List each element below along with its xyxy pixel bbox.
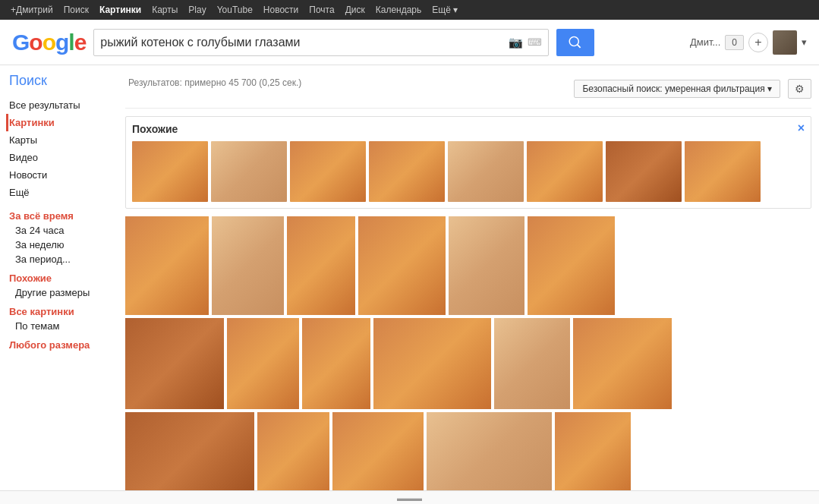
top-nav-images[interactable]: Картинки <box>95 3 146 17</box>
sidebar-item-all[interactable]: Все результаты <box>6 96 112 114</box>
header-right: Дмит... 0 + ▾ <box>690 30 807 55</box>
похожие-images-row <box>132 141 805 202</box>
похожие-title: Похожие <box>132 123 805 135</box>
notification-count[interactable]: 0 <box>725 35 744 50</box>
sidebar-week[interactable]: За неделю <box>6 238 112 252</box>
image-grid-row3 <box>125 412 811 499</box>
похожие-panel: Похожие × <box>125 116 811 209</box>
top-nav-disk[interactable]: Диск <box>341 3 370 17</box>
main-layout: Поиск Все результаты Картинки Карты Виде… <box>0 65 819 502</box>
search-input[interactable] <box>100 36 504 49</box>
image-item[interactable] <box>358 216 446 315</box>
sidebar-item-news[interactable]: Новости <box>6 166 112 184</box>
account-chevron[interactable]: ▾ <box>802 36 807 48</box>
image-grid-row1 <box>125 216 811 315</box>
image-item[interactable] <box>528 216 615 315</box>
sidebar-похожие-title[interactable]: Похожие <box>6 266 112 285</box>
sidebar-search-title: Поиск <box>6 73 112 89</box>
sidebar-item-video[interactable]: Видео <box>6 149 112 166</box>
scroll-indicator: ▬▬▬ <box>397 493 422 502</box>
sidebar-by-topic[interactable]: По темам <box>6 319 112 333</box>
top-nav-play[interactable]: Play <box>184 3 210 17</box>
image-item[interactable] <box>427 412 552 499</box>
settings-icon: ⚙ <box>795 83 805 95</box>
image-item[interactable] <box>449 216 524 315</box>
safe-search-button[interactable]: Безопасный поиск: умеренная фильтрация ▾ <box>574 80 780 98</box>
похожие-img-2[interactable] <box>211 141 287 202</box>
image-item[interactable] <box>257 412 329 499</box>
image-item[interactable] <box>373 318 491 409</box>
results-info: Результатов: примерно 45 700 (0,25 сек.) <box>125 77 304 88</box>
bottom-bar: ▬▬▬ <box>0 490 819 502</box>
похожие-img-1[interactable] <box>132 141 208 202</box>
image-item[interactable] <box>125 216 209 315</box>
image-item[interactable] <box>302 318 370 409</box>
sidebar-nav-group: Все результаты Картинки Карты Видео Ново… <box>6 96 112 201</box>
похожие-img-4[interactable] <box>369 141 445 202</box>
image-item[interactable] <box>332 412 424 499</box>
sidebar: Поиск Все результаты Картинки Карты Виде… <box>0 73 118 502</box>
image-item[interactable] <box>227 318 299 409</box>
похожие-img-5[interactable] <box>448 141 524 202</box>
search-bar: 📷 ⌨ <box>93 29 549 56</box>
sidebar-item-maps[interactable]: Карты <box>6 131 112 149</box>
top-nav-calendar[interactable]: Календарь <box>371 3 427 17</box>
header: Google 📷 ⌨ Дмит... 0 + ▾ <box>0 20 819 65</box>
search-button[interactable] <box>556 29 594 56</box>
top-nav-dmitry[interactable]: +Дмитрий <box>6 3 58 17</box>
top-nav-search[interactable]: Поиск <box>59 3 93 17</box>
top-nav-maps[interactable]: Карты <box>147 3 182 17</box>
похожие-img-8[interactable] <box>685 141 761 202</box>
user-name[interactable]: Дмит... <box>690 36 720 48</box>
camera-icon[interactable]: 📷 <box>509 36 523 49</box>
похожие-img-3[interactable] <box>290 141 366 202</box>
top-nav-news[interactable]: Новости <box>259 3 303 17</box>
avatar[interactable] <box>773 30 797 55</box>
image-item[interactable] <box>125 318 224 409</box>
close-panel-button[interactable]: × <box>798 121 805 135</box>
top-nav-youtube[interactable]: YouTube <box>213 3 257 17</box>
image-grid-row2 <box>125 318 811 409</box>
image-item[interactable] <box>573 318 672 409</box>
settings-button[interactable]: ⚙ <box>788 79 811 99</box>
image-item[interactable] <box>212 216 284 315</box>
top-navigation: +Дмитрий Поиск Картинки Карты Play YouTu… <box>0 0 819 20</box>
top-nav-more[interactable]: Ещё ▾ <box>427 3 462 17</box>
image-item[interactable] <box>125 412 254 499</box>
sidebar-item-more[interactable]: Ещё <box>6 184 112 201</box>
похожие-img-7[interactable] <box>606 141 682 202</box>
google-logo[interactable]: Google <box>12 30 86 55</box>
sidebar-item-images[interactable]: Картинки <box>6 114 112 131</box>
search-icon <box>569 36 582 49</box>
image-item[interactable] <box>555 412 631 499</box>
top-nav-mail[interactable]: Почта <box>304 3 339 17</box>
toolbar: Результатов: примерно 45 700 (0,25 сек.)… <box>125 73 811 109</box>
sidebar-size-title[interactable]: Любого размера <box>6 333 112 352</box>
image-item[interactable] <box>494 318 570 409</box>
sidebar-allimages-title[interactable]: Все картинки <box>6 300 112 319</box>
похожие-img-6[interactable] <box>527 141 603 202</box>
sidebar-time-title[interactable]: За всё время <box>6 204 112 223</box>
sidebar-24h[interactable]: За 24 часа <box>6 223 112 238</box>
sidebar-other-sizes[interactable]: Другие размеры <box>6 285 112 300</box>
search-bar-icons: 📷 ⌨ <box>509 36 542 49</box>
sidebar-period[interactable]: За период... <box>6 252 112 266</box>
image-item[interactable] <box>287 216 355 315</box>
avatar-image <box>773 30 797 55</box>
content-area: Результатов: примерно 45 700 (0,25 сек.)… <box>118 73 819 502</box>
plus-button[interactable]: + <box>748 33 768 52</box>
keyboard-icon[interactable]: ⌨ <box>528 36 542 48</box>
safe-search-label: Безопасный поиск: умеренная фильтрация ▾ <box>582 83 772 94</box>
